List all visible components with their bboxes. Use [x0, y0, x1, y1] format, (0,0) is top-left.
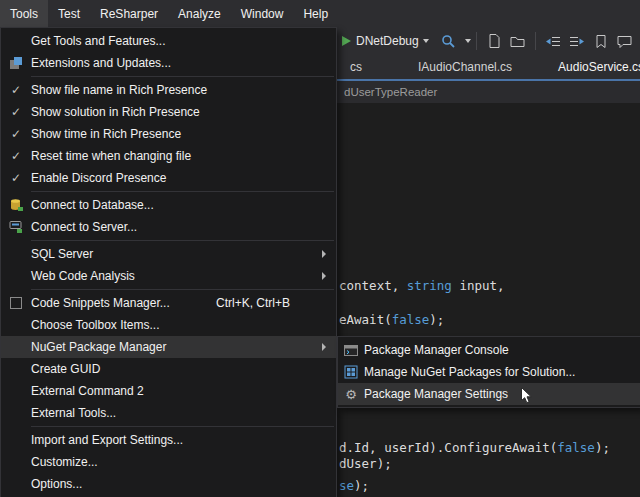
comment-icon[interactable]	[615, 31, 635, 51]
tab-audioservice[interactable]: AudioService.cs	[550, 56, 640, 79]
menubar-item-window[interactable]: Window	[231, 0, 294, 27]
checkmark-icon: ✓	[1, 171, 31, 185]
menu-item-external-tools[interactable]: External Tools...	[1, 402, 336, 424]
menu-item-import-export-settings[interactable]: Import and Export Settings...	[1, 429, 336, 451]
dropdown-caret-icon[interactable]	[465, 39, 471, 43]
nuget-packages-icon	[338, 365, 364, 379]
menu-separator	[31, 289, 334, 290]
menu-item-show-time[interactable]: ✓ Show time in Rich Presence	[1, 123, 336, 145]
toolbar-separator	[535, 32, 536, 50]
checkmark-icon: ✓	[1, 83, 31, 97]
menu-item-connect-to-database[interactable]: Connect to Database...	[1, 194, 336, 216]
magnifier-icon[interactable]	[439, 31, 459, 51]
menu-separator	[31, 191, 334, 192]
start-debug-button[interactable]: DNetDebug	[342, 34, 429, 48]
menu-item-code-snippets-manager[interactable]: Code Snippets Manager... Ctrl+K, Ctrl+B	[1, 292, 336, 314]
menu-item-external-command-2[interactable]: External Command 2	[1, 380, 336, 402]
checkmark-icon: ✓	[1, 105, 31, 119]
menu-item-enable-discord-presence[interactable]: ✓ Enable Discord Presence	[1, 167, 336, 189]
open-file-icon[interactable]	[508, 31, 528, 51]
menubar-item-resharper[interactable]: ReSharper	[90, 0, 168, 27]
submenu-item-package-manager-settings[interactable]: ⚙ Package Manager Settings	[338, 383, 640, 405]
menu-item-connect-to-server[interactable]: Connect to Server...	[1, 216, 336, 238]
menu-separator	[31, 76, 334, 77]
code-line[interactable]: d.Id, userId).ConfigureAwait(false);	[339, 440, 610, 456]
extensions-icon	[1, 56, 31, 70]
menu-item-nuget-package-manager[interactable]: NuGet Package Manager	[1, 336, 336, 358]
decrease-indent-icon[interactable]	[543, 31, 563, 51]
breadcrumb-type[interactable]: dUserTypeReader	[344, 86, 437, 98]
menu-item-extensions-and-updates[interactable]: Extensions and Updates...	[1, 52, 336, 74]
play-icon	[342, 36, 351, 46]
code-line[interactable]: context, string input,	[339, 278, 505, 294]
submenu-arrow-icon	[322, 250, 326, 258]
tab-partial[interactable]: cs	[342, 56, 370, 79]
tools-menu: Get Tools and Features... Extensions and…	[0, 27, 337, 497]
dropdown-caret-icon	[423, 39, 429, 43]
snippets-icon	[1, 296, 31, 310]
submenu-arrow-icon	[322, 272, 326, 280]
menu-item-show-file-name[interactable]: ✓ Show file name in Rich Presence	[1, 79, 336, 101]
menubar-item-test[interactable]: Test	[48, 0, 90, 27]
menu-separator	[31, 240, 334, 241]
menu-item-web-code-analysis[interactable]: Web Code Analysis	[1, 265, 336, 287]
menu-item-get-tools-and-features[interactable]: Get Tools and Features...	[1, 30, 336, 52]
submenu-item-package-manager-console[interactable]: Package Manager Console	[338, 339, 640, 361]
toolbar-separator	[476, 32, 477, 50]
increase-indent-icon[interactable]	[567, 31, 587, 51]
code-line[interactable]: eAwait(false);	[339, 312, 444, 328]
debug-target-label: DNetDebug	[356, 34, 419, 48]
visual-studio-window: Tools Test ReSharper Analyze Window Help…	[0, 0, 640, 497]
shortcut-label: Ctrl+K, Ctrl+B	[216, 296, 290, 310]
code-line[interactable]: dUser);	[339, 456, 392, 472]
menu-separator	[31, 426, 334, 427]
menubar-item-analyze[interactable]: Analyze	[168, 0, 231, 27]
menu-item-create-guid[interactable]: Create GUID	[1, 358, 336, 380]
menu-item-options[interactable]: Options...	[1, 473, 336, 495]
menubar-item-tools[interactable]: Tools	[0, 0, 48, 27]
server-icon	[1, 220, 31, 234]
submenu-arrow-icon	[322, 343, 326, 351]
bookmark-icon[interactable]	[591, 31, 611, 51]
tab-iaudiochannel[interactable]: IAudioChannel.cs	[410, 56, 520, 79]
code-line[interactable]: se);	[339, 478, 369, 494]
menu-item-reset-time[interactable]: ✓ Reset time when changing file	[1, 145, 336, 167]
gear-icon: ⚙	[338, 388, 364, 401]
nuget-submenu: Package Manager Console Manage NuGet Pac…	[337, 336, 640, 408]
checkmark-icon: ✓	[1, 127, 31, 141]
menu-item-choose-toolbox-items[interactable]: Choose Toolbox Items...	[1, 314, 336, 336]
menu-item-show-solution[interactable]: ✓ Show solution in Rich Presence	[1, 101, 336, 123]
submenu-item-manage-nuget-packages[interactable]: Manage NuGet Packages for Solution...	[338, 361, 640, 383]
checkmark-icon: ✓	[1, 149, 31, 163]
new-file-icon[interactable]	[484, 31, 504, 51]
menubar-item-help[interactable]: Help	[293, 0, 338, 27]
console-icon	[338, 344, 364, 357]
menu-item-sql-server[interactable]: SQL Server	[1, 243, 336, 265]
menu-bar: Tools Test ReSharper Analyze Window Help	[0, 0, 640, 27]
database-icon	[1, 198, 31, 212]
menu-item-customize[interactable]: Customize...	[1, 451, 336, 473]
